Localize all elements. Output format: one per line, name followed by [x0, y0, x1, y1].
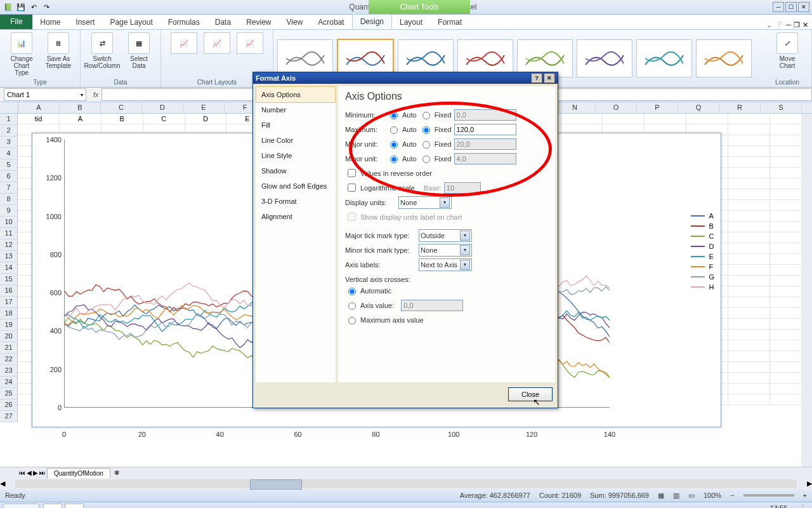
- chart-style-7[interactable]: [636, 39, 692, 77]
- cell[interactable]: tid: [18, 114, 60, 124]
- sheet-tab[interactable]: QuantityOfMotion: [47, 468, 110, 478]
- clock-time[interactable]: 13:56: [770, 504, 788, 508]
- close-button[interactable]: ✕: [798, 2, 809, 12]
- chart-layout-2[interactable]: 📈: [204, 32, 230, 54]
- name-box[interactable]: Chart 1▾: [4, 88, 86, 101]
- restore-button[interactable]: ☐: [785, 2, 797, 12]
- workbook-restore-icon[interactable]: ❐: [794, 21, 800, 29]
- sheet-nav-first-icon[interactable]: ⏮: [19, 469, 25, 476]
- row-header[interactable]: 15: [0, 274, 18, 285]
- col-header[interactable]: E: [183, 102, 225, 113]
- switch-row-column-button[interactable]: ⇄Switch Row/Column: [87, 32, 117, 69]
- reverse-checkbox[interactable]: [348, 169, 356, 177]
- crosses-max-radio[interactable]: [348, 317, 356, 324]
- major-auto-radio[interactable]: [390, 141, 398, 149]
- maximum-auto-radio[interactable]: [390, 126, 398, 134]
- col-header[interactable]: N: [554, 102, 596, 113]
- minor-fixed-radio[interactable]: [422, 156, 430, 163]
- col-header[interactable]: D: [142, 102, 183, 113]
- save-icon[interactable]: 💾: [15, 1, 27, 13]
- row-header[interactable]: 16: [0, 285, 18, 297]
- tab-acrobat[interactable]: Acrobat: [310, 15, 351, 29]
- cell[interactable]: B: [102, 114, 143, 124]
- legend-item[interactable]: A: [691, 212, 714, 220]
- save-as-template-button[interactable]: 🗎Save As Template: [43, 32, 74, 76]
- nav-axis-options[interactable]: Axis Options: [256, 86, 336, 103]
- tab-design[interactable]: Design: [352, 14, 392, 29]
- view-normal-icon[interactable]: ▦: [658, 491, 664, 500]
- legend-item[interactable]: B: [691, 222, 714, 230]
- help-icon[interactable]: ❔: [775, 21, 783, 29]
- redo-icon[interactable]: ↷: [41, 1, 52, 13]
- show-desktop-button[interactable]: [802, 504, 809, 508]
- select-data-button[interactable]: ▦Select Data: [124, 32, 154, 69]
- dialog-title-bar[interactable]: Format Axis ?✕: [253, 72, 558, 84]
- sheet-nav-prev-icon[interactable]: ◀: [27, 469, 32, 476]
- chart-legend[interactable]: ABCDEFGH: [691, 210, 714, 293]
- crosses-auto-radio[interactable]: [348, 288, 356, 295]
- taskbar-excel-icon[interactable]: 📗: [65, 504, 84, 508]
- major-tick-select[interactable]: Outside▾: [419, 229, 472, 242]
- tab-format[interactable]: Format: [430, 15, 469, 29]
- chart-layout-3[interactable]: 📈: [237, 32, 263, 54]
- row-header[interactable]: 10: [0, 217, 18, 228]
- select-all-corner[interactable]: [0, 102, 18, 113]
- row-header[interactable]: 19: [0, 319, 18, 331]
- chart-style-6[interactable]: [577, 39, 632, 77]
- col-header[interactable]: C: [101, 102, 142, 113]
- row-header[interactable]: 17: [0, 297, 18, 308]
- start-button[interactable]: ⊞Start: [3, 504, 39, 508]
- fx-icon[interactable]: fx: [90, 91, 102, 98]
- dialog-help-icon[interactable]: ?: [531, 73, 542, 83]
- nav-alignment[interactable]: Alignment: [256, 209, 335, 224]
- row-header[interactable]: 13: [0, 251, 18, 262]
- row-header[interactable]: 12: [0, 239, 18, 251]
- file-tab[interactable]: File: [0, 15, 32, 29]
- nav-line-color[interactable]: Line Color: [256, 133, 335, 148]
- minor-tick-select[interactable]: None▾: [419, 244, 472, 257]
- zoom-slider[interactable]: [743, 494, 794, 497]
- minimize-button[interactable]: ─: [773, 2, 784, 12]
- cell[interactable]: A: [60, 114, 102, 124]
- col-header[interactable]: P: [637, 102, 678, 113]
- row-header[interactable]: 22: [0, 354, 18, 365]
- row-header[interactable]: 21: [0, 342, 18, 354]
- minimum-value-input[interactable]: [454, 109, 516, 121]
- legend-item[interactable]: D: [691, 243, 714, 250]
- col-header[interactable]: S: [761, 102, 802, 113]
- display-units-select[interactable]: None▾: [398, 196, 452, 209]
- tab-data[interactable]: Data: [207, 15, 239, 29]
- row-header[interactable]: 24: [0, 377, 18, 388]
- ribbon-minimize-icon[interactable]: ⌄: [766, 21, 772, 29]
- new-sheet-icon[interactable]: ✻: [114, 469, 119, 476]
- undo-icon[interactable]: ↶: [28, 1, 39, 13]
- row-header[interactable]: 4: [0, 148, 18, 159]
- col-header[interactable]: R: [719, 102, 761, 113]
- legend-item[interactable]: E: [691, 253, 714, 260]
- row-header[interactable]: 26: [0, 399, 18, 411]
- minimum-auto-radio[interactable]: [390, 112, 398, 119]
- row-header[interactable]: 23: [0, 365, 18, 377]
- minimum-fixed-radio[interactable]: [422, 112, 430, 119]
- nav-3d-format[interactable]: 3-D Format: [256, 194, 335, 209]
- row-header[interactable]: 3: [0, 137, 18, 148]
- row-header[interactable]: 8: [0, 194, 18, 205]
- change-chart-type-button[interactable]: 📊Change Chart Type: [6, 32, 37, 76]
- tab-insert[interactable]: Insert: [68, 15, 102, 29]
- major-fixed-radio[interactable]: [422, 141, 430, 149]
- log-checkbox[interactable]: [348, 184, 356, 192]
- row-header[interactable]: 2: [0, 125, 18, 137]
- nav-line-style[interactable]: Line Style: [256, 148, 335, 163]
- row-header[interactable]: 6: [0, 171, 18, 182]
- zoom-level[interactable]: 100%: [704, 491, 721, 499]
- col-header[interactable]: Q: [678, 102, 719, 113]
- row-header[interactable]: 5: [0, 159, 18, 171]
- view-page-layout-icon[interactable]: ▥: [673, 491, 679, 500]
- row-header[interactable]: 9: [0, 205, 18, 217]
- legend-item[interactable]: H: [691, 283, 714, 291]
- horizontal-scrollbar[interactable]: ◀▶: [0, 478, 812, 489]
- tab-formulas[interactable]: Formulas: [160, 15, 207, 29]
- close-button[interactable]: Close: [508, 387, 553, 401]
- legend-item[interactable]: F: [691, 263, 714, 271]
- cell[interactable]: C: [143, 114, 185, 124]
